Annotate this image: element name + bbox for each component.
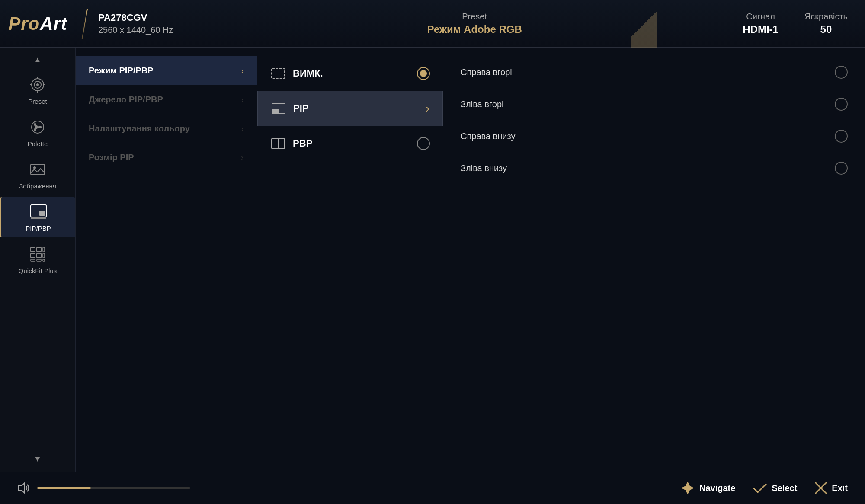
radio-pbp: [417, 137, 430, 150]
menu-item-pip-mode[interactable]: Режим PIP/PBP ›: [76, 56, 257, 85]
sidebar-item-preset[interactable]: Preset: [0, 70, 75, 110]
sub-item-bottom-right[interactable]: Справа внизу: [443, 120, 865, 152]
svg-rect-35: [686, 486, 690, 490]
svg-point-12: [33, 166, 36, 169]
option-off[interactable]: ВИМК.: [257, 56, 443, 91]
footer-controls: Navigate Select Exit: [680, 481, 848, 495]
svg-marker-32: [686, 490, 690, 494]
logo: ProArt: [0, 13, 76, 34]
volume-bar: [37, 487, 190, 489]
image-icon: [28, 160, 47, 179]
content-area: Режим PIP/PBP › Джерело PIP/PBP › Налашт…: [76, 48, 865, 472]
sidebar-item-quickfit[interactable]: QuickFit Plus: [0, 239, 75, 280]
option-pip[interactable]: PIP ›: [257, 91, 443, 126]
sidebar-pip-pbp-label: PIP/PBP: [26, 225, 51, 232]
header-right: Сигнал HDMI-1 Яскравість 50: [743, 12, 865, 35]
sub-item-top-left[interactable]: Зліва вгорі: [443, 88, 865, 120]
svg-rect-25: [272, 68, 285, 79]
svg-rect-21: [43, 253, 45, 258]
chevron-pip-mode: ›: [241, 66, 244, 76]
menu-item-color-settings[interactable]: Налаштування кольору ›: [76, 114, 257, 143]
chevron-pip-option: ›: [426, 102, 429, 115]
sidebar-quickfit-label: QuickFit Plus: [19, 267, 57, 274]
exit-button[interactable]: Exit: [814, 482, 848, 494]
svg-marker-30: [18, 483, 24, 493]
svg-rect-16: [31, 247, 35, 252]
svg-marker-31: [686, 482, 690, 486]
sub-radio-top-right: [835, 66, 848, 79]
menu-item-pip-source[interactable]: Джерело PIP/PBP ›: [76, 85, 257, 114]
monitor-resolution: 2560 x 1440_60 Hz: [98, 25, 206, 35]
chevron-pip-source: ›: [241, 95, 244, 105]
sidebar-item-image[interactable]: Зображення: [0, 155, 75, 195]
chevron-color-settings: ›: [241, 124, 244, 134]
menu-item-pip-size[interactable]: Розмір PIP ›: [76, 143, 257, 172]
header-center: Preset Режим Adobe RGB: [206, 12, 743, 35]
svg-rect-20: [37, 253, 41, 258]
svg-rect-15: [39, 211, 45, 216]
option-off-left: ВИМК.: [270, 66, 323, 81]
svg-marker-33: [681, 486, 686, 490]
select-button[interactable]: Select: [753, 482, 797, 494]
select-label: Select: [772, 483, 797, 493]
svg-rect-19: [31, 253, 35, 258]
sidebar-item-pip-pbp[interactable]: PIP/PBP: [0, 197, 75, 237]
svg-rect-27: [272, 109, 279, 114]
pip-option-icon: [271, 101, 286, 116]
sub-radio-bottom-left: [835, 162, 848, 175]
signal-block: Сигнал HDMI-1: [743, 12, 778, 35]
svg-marker-34: [690, 486, 694, 490]
signal-value: HDMI-1: [743, 23, 778, 35]
option-pbp-left: PBP: [270, 136, 312, 151]
svg-rect-23: [37, 259, 41, 261]
off-icon: [270, 66, 286, 81]
svg-rect-17: [37, 247, 41, 252]
sub-item-top-right[interactable]: Справа вгорі: [443, 56, 865, 88]
radio-off: [417, 67, 430, 80]
svg-rect-18: [43, 247, 45, 252]
sidebar-image-label: Зображення: [19, 182, 56, 190]
header: ProArt PA278CGV 2560 x 1440_60 Hz Preset…: [0, 0, 865, 48]
pip-pbp-icon: [29, 202, 48, 221]
sub-radio-top-left: [835, 98, 848, 111]
options-column: ВИМК. PIP ›: [257, 48, 443, 472]
option-off-label: ВИМК.: [293, 68, 323, 79]
preset-label: Preset: [462, 12, 487, 22]
sub-item-bottom-left[interactable]: Зліва внизу: [443, 152, 865, 184]
svg-rect-22: [31, 259, 35, 261]
monitor-info: PA278CGV 2560 x 1440_60 Hz: [94, 12, 206, 35]
navigate-button[interactable]: Navigate: [680, 481, 735, 495]
volume-fill: [37, 487, 91, 489]
pbp-option-icon: [270, 136, 286, 151]
brightness-block: Яскравість 50: [804, 12, 848, 35]
brightness-label: Яскравість: [804, 12, 848, 22]
sub-options-column: Справа вгорі Зліва вгорі Справа внизу Зл…: [443, 48, 865, 472]
sub-radio-bottom-right: [835, 130, 848, 143]
logo-text: ProArt: [8, 13, 67, 34]
sidebar-down-arrow[interactable]: ▼: [0, 451, 75, 467]
exit-label: Exit: [832, 483, 848, 493]
svg-rect-11: [31, 164, 45, 175]
quickfit-icon: [28, 245, 47, 264]
option-pbp[interactable]: PBP: [257, 126, 443, 161]
sidebar-item-palette[interactable]: Palette: [0, 112, 75, 153]
sidebar-palette-label: Palette: [28, 140, 48, 147]
option-pbp-label: PBP: [293, 138, 312, 149]
svg-point-2: [36, 83, 39, 86]
sub-top-right-label: Справа вгорі: [461, 67, 512, 77]
sidebar-up-arrow[interactable]: ▲: [0, 52, 75, 68]
chevron-pip-size: ›: [241, 153, 244, 163]
sidebar: ▲ Preset: [0, 48, 76, 472]
menu-pip-source-label: Джерело PIP/PBP: [89, 95, 163, 105]
volume-section: [17, 482, 190, 494]
palette-icon: [28, 118, 47, 137]
option-pip-label: PIP: [293, 103, 308, 114]
sidebar-preset-label: Preset: [28, 98, 47, 105]
svg-point-10: [34, 128, 36, 131]
navigate-label: Navigate: [699, 483, 735, 493]
volume-icon: [17, 482, 30, 494]
brightness-value: 50: [820, 23, 832, 35]
footer: Navigate Select Exit: [0, 472, 865, 504]
select-icon: [753, 482, 767, 494]
menu-pip-mode-label: Режим PIP/PBP: [89, 66, 153, 76]
